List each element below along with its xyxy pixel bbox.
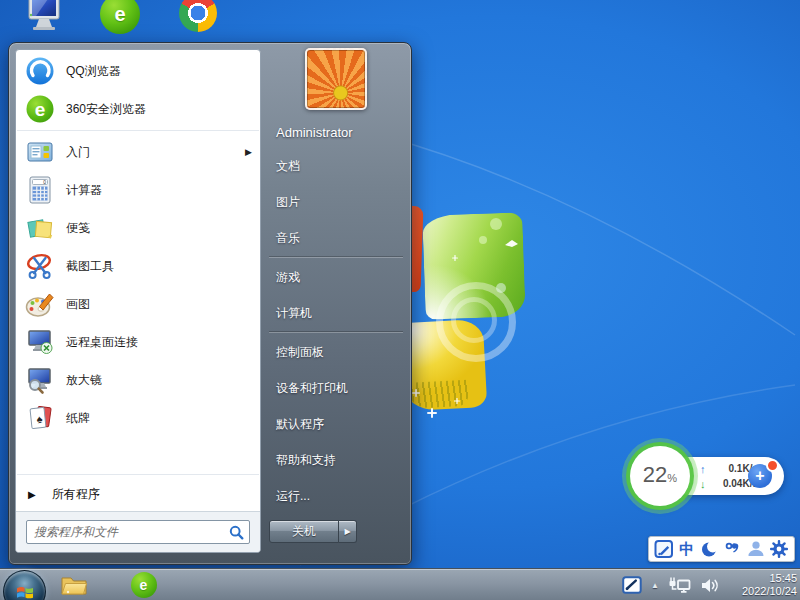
svg-text:e: e [35, 99, 46, 120]
wallpaper-flag-yellow-pane [401, 319, 487, 411]
person-icon [746, 539, 766, 559]
sticky-notes-icon [24, 212, 56, 244]
tray-clock[interactable]: 15:45 2022/10/24 [729, 572, 797, 598]
shutdown-button[interactable]: 关机 [269, 520, 339, 543]
snipping-tool-icon [24, 250, 56, 282]
user-name[interactable]: Administrator [276, 125, 411, 140]
shutdown-controls: 关机 ▶ [269, 520, 357, 543]
360-browser-icon: e [131, 572, 157, 598]
chinese-mode-label: 中 [679, 539, 694, 559]
notification-dot [766, 459, 779, 472]
360-browser-icon: e [24, 93, 56, 125]
start-menu-right-panel: Administrator 文档 图片 音乐 游戏 计算机 控制面板 设备和打印… [261, 43, 411, 564]
taskbar-explorer-button[interactable] [60, 572, 87, 598]
usage-percent: 22 [643, 446, 667, 504]
network-icon[interactable] [668, 575, 691, 595]
wallpaper-sparkle [427, 408, 437, 418]
menu-item-pictures[interactable]: 图片 [261, 184, 411, 220]
menu-item-getting-started[interactable]: 入门 ▶ [16, 133, 260, 171]
ime-settings-button[interactable] [769, 539, 789, 559]
all-programs-arrow-icon: ▶ [28, 489, 36, 500]
desktop-icon-computer[interactable] [24, 0, 64, 39]
menu-item-solitaire[interactable]: ♠ 纸牌 [16, 399, 260, 437]
ime-logo-button[interactable] [654, 539, 674, 559]
menu-item-music[interactable]: 音乐 [261, 220, 411, 256]
menu-item-paint[interactable]: 画图 [16, 285, 260, 323]
menu-item-documents[interactable]: 文档 [261, 148, 411, 184]
wallpaper-butterfly [504, 238, 520, 252]
memory-usage-ball[interactable]: 22 % [630, 446, 690, 506]
menu-item-control-panel[interactable]: 控制面板 [261, 334, 411, 370]
menu-item-remote-desktop[interactable]: 远程桌面连接 [16, 323, 260, 361]
360-browser-icon: e [100, 0, 140, 34]
ime-user-button[interactable] [746, 539, 766, 559]
start-menu-left-panel: QQ浏览器 e 360安全浏览器 [15, 49, 261, 553]
tray-ime-writing-icon[interactable] [622, 576, 642, 594]
menu-item-label: 入门 [66, 144, 90, 161]
menu-item-magnifier[interactable]: 放大镜 [16, 361, 260, 399]
all-programs-button[interactable]: ▶ 所有程序 [16, 477, 260, 511]
menu-item-label: 计算器 [66, 182, 102, 199]
submenu-arrow-icon: ▶ [245, 147, 252, 157]
desktop-icon-360-browser[interactable]: e [100, 0, 140, 34]
getting-started-icon [24, 136, 56, 168]
desktop-icon-chrome[interactable] [179, 0, 217, 32]
menu-item-snipping-tool[interactable]: 截图工具 [16, 247, 260, 285]
wallpaper-bokeh-dot [496, 283, 506, 293]
search-box[interactable] [26, 520, 250, 544]
upload-arrow-icon: ↑ [700, 463, 712, 475]
menu-separator [269, 332, 403, 333]
ime-punctuation-toggle[interactable] [723, 539, 743, 559]
wallpaper-bokeh-dot [490, 218, 502, 230]
download-arrow-icon: ↓ [700, 478, 712, 490]
menu-item-devices-printers[interactable]: 设备和打印机 [261, 370, 411, 406]
menu-item-default-programs[interactable]: 默认程序 [261, 406, 411, 442]
solitaire-icon: ♠ [24, 402, 56, 434]
user-avatar[interactable] [305, 48, 367, 110]
ime-toolbar: 中 [648, 536, 795, 562]
clock-time: 15:45 [729, 572, 797, 585]
menu-item-360-browser[interactable]: e 360安全浏览器 [16, 90, 260, 128]
wallpaper-flare-ring [436, 282, 516, 362]
menu-item-calculator[interactable]: 0 计算器 [16, 171, 260, 209]
menu-item-qq-browser[interactable]: QQ浏览器 [16, 52, 260, 90]
ime-pen-box-icon [654, 539, 674, 559]
punctuation-icon [723, 539, 743, 559]
menu-separator [17, 130, 259, 131]
menu-item-sticky-notes[interactable]: 便笺 [16, 209, 260, 247]
windows-flag-icon [14, 581, 36, 600]
360-logo-letter: e [114, 3, 125, 26]
menu-item-help-support[interactable]: 帮助和支持 [261, 442, 411, 478]
menu-item-games[interactable]: 游戏 [261, 259, 411, 295]
usage-percent-unit: % [667, 472, 677, 484]
wallpaper-bokeh-dot [479, 236, 487, 244]
search-input[interactable] [32, 524, 229, 540]
wallpaper-flag-green-pane [422, 212, 526, 319]
chrome-icon [179, 0, 217, 32]
menu-item-label: 纸牌 [66, 410, 90, 427]
menu-item-label: 截图工具 [66, 258, 114, 275]
computer-icon [24, 0, 64, 35]
tray-expand-arrow[interactable]: ▲ [651, 581, 659, 590]
ime-language-toggle[interactable]: 中 [677, 539, 697, 559]
menu-item-label: 360安全浏览器 [66, 101, 146, 118]
search-section [16, 511, 260, 552]
moon-icon [700, 539, 720, 559]
svg-text:0: 0 [43, 179, 46, 185]
gear-icon [769, 539, 789, 559]
menu-item-computer[interactable]: 计算机 [261, 295, 411, 331]
shutdown-options-arrow[interactable]: ▶ [339, 520, 357, 543]
taskbar-360-browser-button[interactable]: e [130, 572, 157, 598]
menu-item-label: QQ浏览器 [66, 63, 121, 80]
desktop: e QQ浏览器 [0, 0, 800, 600]
remote-desktop-icon [24, 326, 56, 358]
folder-icon [60, 573, 87, 597]
calculator-icon: 0 [24, 174, 56, 206]
ime-fullwidth-toggle[interactable] [700, 539, 720, 559]
speaker-icon[interactable] [700, 577, 721, 594]
menu-item-label: 画图 [66, 296, 90, 313]
start-button[interactable] [3, 570, 46, 600]
taskbar: e ▲ 15:45 2022/10/24 [0, 568, 800, 600]
menu-item-label: 远程桌面连接 [66, 334, 138, 351]
menu-item-run[interactable]: 运行... [261, 478, 411, 514]
